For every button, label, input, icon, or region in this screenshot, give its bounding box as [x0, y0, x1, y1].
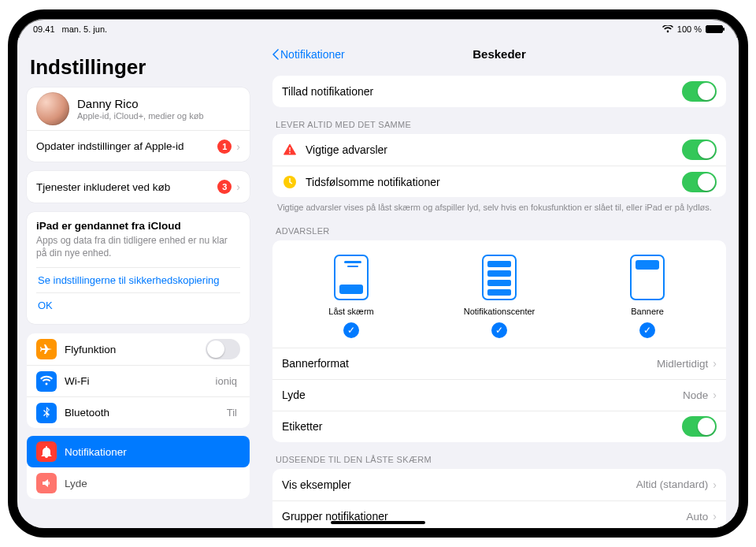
- lockscreen-label: Låst skærm: [328, 307, 373, 316]
- chevron-right-icon: ›: [236, 180, 240, 193]
- status-bar-left: 09.41 man. 5. jun.: [33, 24, 112, 34]
- chevron-right-icon: ›: [713, 357, 717, 370]
- restore-ok-button[interactable]: OK: [36, 292, 240, 318]
- restore-body: Apps og data fra din tidligere enhed er …: [36, 234, 240, 259]
- battery-percent: 100 %: [677, 24, 702, 34]
- banner-style-row[interactable]: Bannerformat Midlertidigt ›: [272, 348, 726, 379]
- banner-style-label: Bannerformat: [282, 357, 657, 370]
- nav-bar: Notifikationer Beskeder: [260, 38, 739, 71]
- allow-group: Tillad notifikationer: [272, 76, 726, 107]
- speaker-icon: [36, 473, 57, 493]
- content-scroll[interactable]: Tillad notifikationer LEVER ALTID MED DE…: [260, 71, 739, 528]
- center-preview-icon: [482, 255, 517, 300]
- alert-style-previews: Låst skærm ✓ Notifikationscenter ✓: [272, 240, 726, 348]
- sidebar-item-label: Flyfunktion: [65, 344, 206, 355]
- show-previews-row[interactable]: Vis eksempler Altid (standard) ›: [272, 469, 726, 500]
- grouping-value: Auto: [687, 511, 709, 523]
- lock-appearance-group: Vis eksempler Altid (standard) › Grupper…: [272, 469, 726, 528]
- connectivity-group: Flyfunktion Wi-Fi ioniq Bluetooth Til: [27, 333, 250, 428]
- time-sensitive-row[interactable]: Tidsfølsomme notifikationer: [272, 166, 726, 197]
- badges-label: Etiketter: [282, 420, 682, 433]
- back-button[interactable]: Notifikationer: [271, 38, 345, 70]
- chevron-right-icon: ›: [713, 478, 717, 491]
- banner-preview-icon: [630, 255, 665, 300]
- notif-group: Notifikationer Lyde: [27, 436, 250, 499]
- ipad-frame: 09.41 man. 5. jun. 100 % Indstillinger D…: [8, 9, 748, 538]
- status-bar: 09.41 man. 5. jun. 100 %: [17, 19, 739, 36]
- avatar: [36, 92, 69, 125]
- account-name: Danny Rico: [77, 97, 139, 110]
- wifi-value: ioniq: [216, 375, 237, 387]
- restore-heading: iPad er gendannet fra iCloud: [36, 220, 240, 232]
- sidebar-item-notifications[interactable]: Notifikationer: [27, 436, 250, 467]
- home-indicator[interactable]: [331, 521, 425, 524]
- chevron-right-icon: ›: [236, 140, 240, 153]
- chevron-right-icon: ›: [713, 389, 717, 401]
- services-card: Tjenester inkluderet ved køb 3 ›: [27, 171, 250, 203]
- sidebar-item-sounds[interactable]: Lyde: [27, 467, 250, 499]
- time-sensitive-label: Tidsfølsomme notifikationer: [306, 176, 682, 188]
- alerts-header: ADVARSLER: [276, 226, 723, 236]
- account-row[interactable]: Danny Rico Apple-id, iCloud+, medier og …: [27, 87, 250, 130]
- services-row[interactable]: Tjenester inkluderet ved køb 3 ›: [27, 171, 250, 203]
- badges-toggle[interactable]: [682, 416, 717, 437]
- alert-style-center[interactable]: Notifikationscenter ✓: [440, 255, 558, 338]
- badges-row[interactable]: Etiketter: [272, 411, 726, 442]
- nav-title: Beskeder: [472, 47, 526, 61]
- apple-id-update-row[interactable]: Opdater indstillinger af Apple-id 1 ›: [27, 130, 250, 162]
- deliver-header: LEVER ALTID MED DET SAMME: [276, 120, 723, 129]
- back-label: Notifikationer: [280, 48, 345, 61]
- sidebar-item-airplane[interactable]: Flyfunktion: [27, 333, 250, 365]
- badge-3: 3: [217, 180, 232, 194]
- detail-pane: Notifikationer Beskeder Tillad notifikat…: [260, 38, 739, 528]
- center-label: Notifikationscenter: [464, 307, 536, 316]
- checkmark-icon: ✓: [491, 322, 507, 338]
- alert-style-banners[interactable]: Bannere ✓: [588, 255, 706, 338]
- lockscreen-preview-icon: [334, 255, 369, 300]
- sidebar-item-label: Bluetooth: [65, 407, 227, 419]
- lock-appearance-header: UDSEENDE TIL DEN LÅSTE SKÆRM: [276, 455, 723, 464]
- sidebar-item-label: Wi-Fi: [65, 375, 216, 387]
- sounds-row[interactable]: Lyde Node ›: [272, 379, 726, 411]
- bluetooth-value: Til: [227, 407, 237, 419]
- bluetooth-icon: [36, 403, 57, 423]
- critical-toggle[interactable]: [682, 140, 717, 160]
- clock-icon: [282, 174, 298, 190]
- time-sensitive-toggle[interactable]: [682, 172, 717, 192]
- status-bar-right: 100 %: [662, 24, 723, 34]
- status-time: 09.41: [33, 24, 55, 34]
- airplane-toggle[interactable]: [206, 339, 240, 359]
- wifi-icon: [662, 25, 673, 33]
- status-date: man. 5. jun.: [62, 24, 107, 34]
- show-previews-value: Altid (standard): [636, 478, 709, 490]
- settings-sidebar: Indstillinger Danny Rico Apple-id, iClou…: [17, 38, 260, 528]
- sidebar-item-label: Notifikationer: [65, 446, 240, 458]
- account-card: Danny Rico Apple-id, iCloud+, medier og …: [27, 87, 250, 162]
- banner-label: Bannere: [631, 307, 664, 316]
- deliver-footer: Vigtige advarsler vises på låst skærm og…: [277, 202, 721, 214]
- sidebar-item-wifi[interactable]: Wi-Fi ioniq: [27, 365, 250, 396]
- sidebar-item-label: Lyde: [65, 478, 240, 489]
- allow-label: Tillad notifikationer: [282, 85, 682, 98]
- services-label: Tjenester inkluderet ved køb: [36, 181, 217, 193]
- backup-settings-link[interactable]: Se indstillingerne til sikkerhedskopieri…: [36, 267, 240, 292]
- wifi-settings-icon: [36, 371, 57, 392]
- badge-1: 1: [217, 140, 232, 154]
- alert-style-lockscreen[interactable]: Låst skærm ✓: [292, 255, 410, 338]
- apple-id-update-label: Opdater indstillinger af Apple-id: [36, 140, 217, 152]
- sounds-value: Node: [683, 389, 708, 401]
- warning-triangle-icon: [282, 142, 298, 158]
- battery-icon: [706, 25, 723, 33]
- allow-notifications-row[interactable]: Tillad notifikationer: [272, 76, 726, 107]
- chevron-right-icon: ›: [713, 510, 717, 523]
- critical-label: Vigtige advarsler: [306, 143, 682, 156]
- sidebar-item-bluetooth[interactable]: Bluetooth Til: [27, 396, 250, 428]
- airplane-icon: [36, 339, 57, 359]
- show-previews-label: Vis eksempler: [282, 478, 636, 491]
- checkmark-icon: ✓: [639, 322, 655, 338]
- chevron-left-icon: [271, 48, 279, 61]
- critical-alerts-row[interactable]: Vigtige advarsler: [272, 134, 726, 166]
- checkmark-icon: ✓: [343, 322, 359, 338]
- account-subtitle: Apple-id, iCloud+, medier og køb: [77, 111, 240, 121]
- allow-toggle[interactable]: [682, 81, 717, 102]
